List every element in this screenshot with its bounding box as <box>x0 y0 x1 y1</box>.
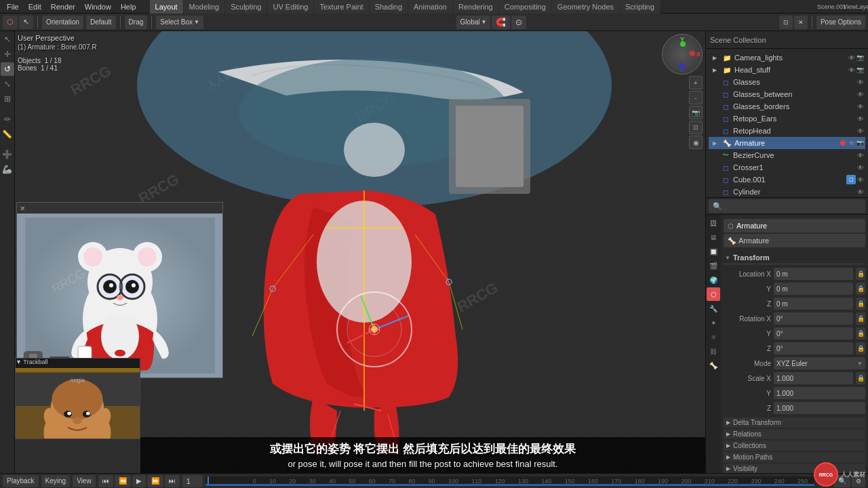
visibility-icon-re[interactable]: 👁 <box>857 115 864 123</box>
visibility-icon-arm[interactable]: 👁 <box>848 140 855 147</box>
delta-transform-header[interactable]: ▶ Delta Transform <box>724 418 865 428</box>
step-back-btn[interactable]: ⏪ <box>115 475 131 487</box>
render-icon-0[interactable]: 📷 <box>856 54 864 61</box>
close-viewport-btn[interactable]: ✕ <box>794 16 808 29</box>
visibility-icon-gborder[interactable]: 👁 <box>857 103 864 110</box>
step-forward-btn[interactable]: ⏩ <box>147 475 163 487</box>
rotation-y-value[interactable]: 0° <box>774 327 853 340</box>
data-name-display[interactable]: Armature <box>738 237 769 245</box>
scene-props-icon[interactable]: 🎬 <box>707 259 720 272</box>
mode-btn[interactable]: ⬡ <box>3 16 18 29</box>
visibility-icon-crosser[interactable]: 👁 <box>857 164 864 171</box>
collection-item-crosser[interactable]: ◻ Crosser1 👁 <box>709 161 865 174</box>
tab-geometry-nodes[interactable]: Geometry Nodes <box>552 0 619 14</box>
current-frame-display[interactable]: 1 <box>182 475 203 487</box>
collection-item-retopo-ears[interactable]: ◻ Retopo_Ears 👁 <box>709 113 865 125</box>
playback-btn[interactable]: Playback <box>3 475 39 487</box>
rotation-z-value[interactable]: 0° <box>774 342 853 354</box>
output-props-icon[interactable]: 🖥 <box>707 230 720 244</box>
scale-x-lock[interactable]: 🔒 <box>856 372 865 384</box>
tab-layout[interactable]: Layout <box>150 0 183 14</box>
nav-circle[interactable]: X Y Z <box>662 34 703 75</box>
menu-help[interactable]: Help <box>117 0 140 13</box>
tab-scripting[interactable]: Scripting <box>620 0 660 14</box>
object-props-icon[interactable]: ⬡ <box>707 287 720 301</box>
keying-btn[interactable]: Keying <box>41 475 71 487</box>
render-props-icon[interactable]: 🖼 <box>707 216 720 230</box>
visibility-icon-bezier[interactable]: 👁 <box>857 152 864 159</box>
tab-rendering[interactable]: Rendering <box>453 0 498 14</box>
nav-x-axis[interactable]: X <box>696 51 701 58</box>
menu-edit[interactable]: Edit <box>24 0 45 13</box>
collection-item-glasses-between[interactable]: ◻ Glasses_between 👁 <box>709 88 865 100</box>
render-icon-arm[interactable]: 📷 <box>856 140 864 146</box>
collection-item-bezier[interactable]: 〜 BezierCurve 👁 <box>709 149 865 161</box>
tab-compositing[interactable]: Compositing <box>499 0 551 14</box>
search-input[interactable] <box>709 199 865 213</box>
preview-close[interactable]: ✕ <box>20 205 25 212</box>
visibility-icon-0[interactable]: 👁 <box>848 54 855 62</box>
collection-item-cylinder[interactable]: ◻ Cylinder 👁 <box>709 186 865 198</box>
sidebar-measure-icon[interactable]: 📏 <box>1 127 14 141</box>
collection-item-cube001[interactable]: ◻ Cube.001 ◻ 👁 <box>709 174 865 186</box>
camera-view-btn[interactable]: 📷 <box>689 106 703 119</box>
transform-title[interactable]: ▼ Transform <box>724 251 865 264</box>
rotation-x-lock[interactable]: 🔒 <box>856 312 865 325</box>
view-btn[interactable]: View <box>73 475 96 487</box>
modifier-props-icon[interactable]: 🔧 <box>707 302 720 315</box>
drag-btn[interactable]: Drag <box>125 16 148 29</box>
pose-options-btn[interactable]: Pose Options <box>816 16 865 29</box>
sidebar-add-icon[interactable]: ➕ <box>1 148 14 161</box>
collection-item-camera-lights[interactable]: ▶ 📁 Camera_lights 👁 📷 <box>709 52 865 64</box>
menu-window[interactable]: Window <box>81 0 115 13</box>
skip-end-btn[interactable]: ⏭ <box>165 475 180 487</box>
motion-paths-header[interactable]: ▶ Motion Paths <box>724 452 865 462</box>
particles-props-icon[interactable]: ✦ <box>707 316 720 329</box>
select-box-btn[interactable]: Select Box ▼ <box>156 16 203 29</box>
orientation-btn[interactable]: Orientation <box>42 16 83 29</box>
menu-render[interactable]: Render <box>47 0 79 13</box>
fullscreen-btn[interactable]: ⊡ <box>779 16 793 29</box>
play-btn[interactable]: ▶ <box>132 475 146 487</box>
menu-file[interactable]: File <box>3 0 23 13</box>
sidebar-move-icon[interactable]: ✛ <box>1 47 14 61</box>
proportional-icon[interactable]: ⊙ <box>511 16 526 29</box>
location-x-lock[interactable]: 🔒 <box>856 268 865 280</box>
collection-item-armature[interactable]: ▶ 🦴 Armature 👁 📷 <box>709 137 865 149</box>
sidebar-annotate-icon[interactable]: ✏ <box>1 113 14 126</box>
location-x-value[interactable]: 0 m <box>774 268 853 280</box>
collection-item-retophead[interactable]: ◻ RetopHead 👁 <box>709 125 865 137</box>
tab-modeling[interactable]: Modeling <box>184 0 225 14</box>
viewport-area[interactable]: RRCG 人人素材 RRCG 人人素材 RRCG 人人素材 RRCG 人人素材 … <box>15 31 705 473</box>
view-layer-icon[interactable]: ViewLayer <box>852 1 863 12</box>
rotation-x-value[interactable]: 0° <box>774 312 853 325</box>
collection-item-glasses-borders[interactable]: ◻ Glasses_borders 👁 <box>709 100 865 113</box>
data-props-icon[interactable]: 🦴 <box>707 359 720 372</box>
tab-animation[interactable]: Animation <box>408 0 452 14</box>
visibility-icon-1[interactable]: 👁 <box>848 66 855 74</box>
collection-item-head-stuff[interactable]: ▶ 📁 Head_stuff 👁 📷 <box>709 64 865 76</box>
timeline-track[interactable]: 0 10 20 30 40 50 60 70 80 90 100 110 120… <box>205 476 815 486</box>
location-y-lock[interactable]: 🔒 <box>856 283 865 295</box>
object-name-display[interactable]: Armature <box>736 222 767 230</box>
location-z-value[interactable]: 0 m <box>774 298 853 310</box>
visibility-icon-glasses[interactable]: 👁 <box>857 79 864 86</box>
sidebar-cursor-icon[interactable]: ↖ <box>1 33 14 46</box>
tab-texture-paint[interactable]: Texture Paint <box>314 0 368 14</box>
rotation-z-lock[interactable]: 🔒 <box>856 342 865 354</box>
nav-widget[interactable]: X Y Z <box>662 34 703 75</box>
tab-uv-editing[interactable]: UV Editing <box>267 0 313 14</box>
default-btn[interactable]: Default <box>86 16 116 29</box>
scale-y-value[interactable]: 1.000 <box>774 387 865 399</box>
sidebar-pose-icon[interactable]: 🦾 <box>1 163 14 176</box>
skip-start-btn[interactable]: ⏮ <box>98 475 113 487</box>
collections-header[interactable]: ▶ Collections <box>724 441 865 451</box>
visibility-icon-cylinder[interactable]: 👁 <box>857 188 864 196</box>
sidebar-scale-icon[interactable]: ⤡ <box>1 77 14 91</box>
scale-z-value[interactable]: 1.000 <box>774 402 865 414</box>
view-layer-props-icon[interactable]: 🔲 <box>707 245 720 258</box>
zoom-out-btn[interactable]: - <box>689 91 703 104</box>
tab-sculpting[interactable]: Sculpting <box>225 0 267 14</box>
global-btn[interactable]: Global ▼ <box>456 16 491 29</box>
rotation-y-lock[interactable]: 🔒 <box>856 327 865 340</box>
